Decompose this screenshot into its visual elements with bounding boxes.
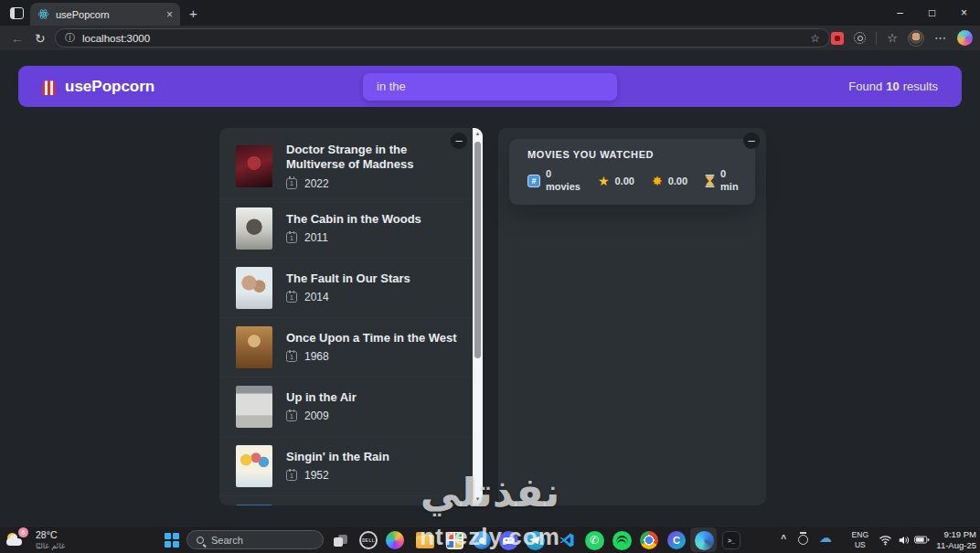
movie-year: 1952 bbox=[304, 469, 329, 482]
discord-icon[interactable] bbox=[498, 530, 518, 550]
address-bar[interactable]: ⓘ localhost:3000 ☆ bbox=[55, 28, 830, 48]
calendar-icon: 1 bbox=[286, 470, 297, 481]
tab-close-icon[interactable]: × bbox=[166, 8, 173, 21]
weather-widget[interactable]: 6 28°C غائم غالبًا bbox=[5, 528, 65, 552]
tray-ring-icon[interactable] bbox=[798, 535, 808, 545]
movie-item[interactable] bbox=[219, 496, 483, 506]
extensions-menu-icon[interactable] bbox=[854, 32, 866, 44]
telegram-icon[interactable] bbox=[525, 530, 545, 550]
toolbar-divider bbox=[876, 32, 877, 45]
movie-poster bbox=[236, 386, 272, 428]
scrollbar-thumb[interactable] bbox=[474, 142, 481, 358]
site-info-icon[interactable]: ⓘ bbox=[65, 31, 75, 45]
summary-title: MOVIES YOU WATCHED bbox=[527, 149, 737, 160]
terminal-icon[interactable]: >_ bbox=[721, 530, 741, 550]
spotify-icon[interactable] bbox=[612, 530, 632, 550]
stat-runtime-value: 0 bbox=[720, 168, 739, 181]
favorites-icon[interactable]: ☆ bbox=[887, 31, 898, 45]
stat-imdb-rating: ★ 0.00 bbox=[598, 174, 634, 188]
results-count: Found 10 results bbox=[848, 80, 938, 93]
taskbar: 6 28°C غائم غالبًا Search DELL ✆ C >_ bbox=[0, 526, 980, 553]
refresh-icon[interactable]: ↻ bbox=[35, 31, 46, 46]
tray-date: 11-Aug-25 bbox=[936, 540, 976, 551]
browser-tab[interactable]: usePopcorn × bbox=[30, 3, 180, 26]
movie-title: Singin' in the Rain bbox=[286, 450, 389, 464]
collapse-watched-button[interactable]: – bbox=[743, 133, 760, 149]
stat-count-value: 0 bbox=[546, 168, 581, 181]
movie-item[interactable]: Doctor Strange in the Multiverse of Madn… bbox=[219, 134, 483, 199]
movie-search-input[interactable] bbox=[363, 73, 617, 101]
movie-list: Doctor Strange in the Multiverse of Madn… bbox=[219, 128, 483, 505]
tray-overflow-icon[interactable]: ^ bbox=[781, 534, 786, 544]
calendar-icon: 1 bbox=[286, 178, 297, 189]
weather-temp: 28°C bbox=[36, 529, 65, 541]
movie-item[interactable]: The Fault in Our Stars 12014 bbox=[219, 259, 483, 318]
task-view-button[interactable] bbox=[330, 530, 350, 550]
tray-time: 9:19 PM bbox=[944, 529, 976, 540]
calendar-icon: 1 bbox=[286, 351, 297, 362]
profile-avatar[interactable] bbox=[908, 30, 924, 47]
stat-count: # 0 movies bbox=[527, 168, 581, 194]
vscode-icon[interactable] bbox=[557, 530, 577, 550]
battery-icon[interactable] bbox=[914, 535, 930, 545]
hash-icon: # bbox=[527, 175, 540, 187]
browser-menu-icon[interactable]: ⋯ bbox=[934, 31, 947, 45]
scroll-down-icon[interactable]: ▼ bbox=[475, 496, 481, 502]
movie-item[interactable]: Once Upon a Time in the West 11968 bbox=[219, 318, 483, 378]
language-indicator[interactable]: ENG US bbox=[852, 530, 868, 549]
chrome-icon[interactable] bbox=[639, 530, 659, 550]
movie-list-panel: – Doctor Strange in the Multiverse of Ma… bbox=[219, 128, 483, 505]
whatsapp-icon[interactable]: ✆ bbox=[584, 530, 604, 550]
start-button[interactable] bbox=[165, 533, 179, 548]
movie-poster bbox=[236, 445, 272, 487]
weather-condition: غائم غالبًا bbox=[36, 541, 65, 551]
extension-icon[interactable] bbox=[831, 32, 844, 45]
photos-app-icon[interactable] bbox=[444, 530, 464, 550]
browser-titlebar: usePopcorn × + – □ × bbox=[0, 0, 980, 26]
bookmark-icon[interactable]: ☆ bbox=[810, 32, 820, 45]
window-minimize-button[interactable]: – bbox=[884, 0, 916, 26]
movie-item[interactable]: Singin' in the Rain 11952 bbox=[219, 437, 483, 496]
movie-year: 2011 bbox=[304, 231, 328, 244]
wifi-icon[interactable] bbox=[879, 535, 892, 546]
movie-year: 2022 bbox=[304, 177, 329, 190]
cloud-shape-icon bbox=[6, 538, 22, 546]
movie-year: 2014 bbox=[304, 291, 329, 303]
new-tab-button[interactable]: + bbox=[189, 5, 197, 21]
weather-badge: 6 bbox=[18, 527, 28, 537]
copilot-icon[interactable] bbox=[957, 30, 973, 46]
dell-app-icon[interactable]: DELL bbox=[358, 530, 378, 550]
scroll-up-icon[interactable]: ▲ bbox=[475, 131, 481, 136]
canva-icon[interactable]: C bbox=[666, 530, 687, 550]
stat-user-rating: ✸ 0.00 bbox=[652, 174, 687, 188]
movie-item[interactable]: The Cabin in the Woods 12011 bbox=[219, 199, 483, 259]
watched-summary: MOVIES YOU WATCHED # 0 movies ★ 0.00 ✸ 0… bbox=[509, 139, 755, 205]
movie-poster bbox=[236, 505, 272, 506]
collapse-list-button[interactable]: – bbox=[451, 133, 467, 149]
app-header: usePopcorn Found 10 results bbox=[18, 66, 962, 107]
window-close-button[interactable]: × bbox=[948, 0, 980, 26]
file-explorer-icon[interactable] bbox=[415, 530, 435, 550]
edge-icon-active[interactable] bbox=[694, 530, 714, 550]
movie-year: 2009 bbox=[304, 409, 329, 422]
pinned-app-icon[interactable] bbox=[472, 530, 492, 550]
movie-poster bbox=[236, 145, 272, 187]
cloud-icon[interactable]: ☁ bbox=[819, 530, 832, 545]
watched-panel: – MOVIES YOU WATCHED # 0 movies ★ 0.00 ✸ bbox=[498, 128, 766, 505]
clock[interactable]: 9:19 PM 11-Aug-25 bbox=[936, 529, 976, 552]
tab-actions-icon[interactable] bbox=[10, 7, 24, 19]
app-title: usePopcorn bbox=[65, 78, 154, 96]
window-maximize-button[interactable]: □ bbox=[916, 0, 948, 26]
taskbar-search[interactable]: Search bbox=[186, 530, 324, 549]
calendar-icon: 1 bbox=[286, 410, 297, 421]
movie-item[interactable]: Up in the Air 12009 bbox=[219, 378, 483, 437]
movie-title: The Cabin in the Woods bbox=[286, 212, 421, 227]
movie-title: Up in the Air bbox=[286, 390, 357, 405]
copilot-app-icon[interactable] bbox=[385, 530, 405, 550]
address-url[interactable]: localhost:3000 bbox=[82, 33, 803, 44]
speaker-icon[interactable] bbox=[898, 535, 911, 546]
calendar-icon: 1 bbox=[286, 292, 297, 303]
list-scrollbar[interactable]: ▲ ▼ bbox=[473, 128, 483, 505]
back-icon[interactable]: ← bbox=[11, 31, 24, 46]
movie-poster bbox=[236, 326, 272, 368]
